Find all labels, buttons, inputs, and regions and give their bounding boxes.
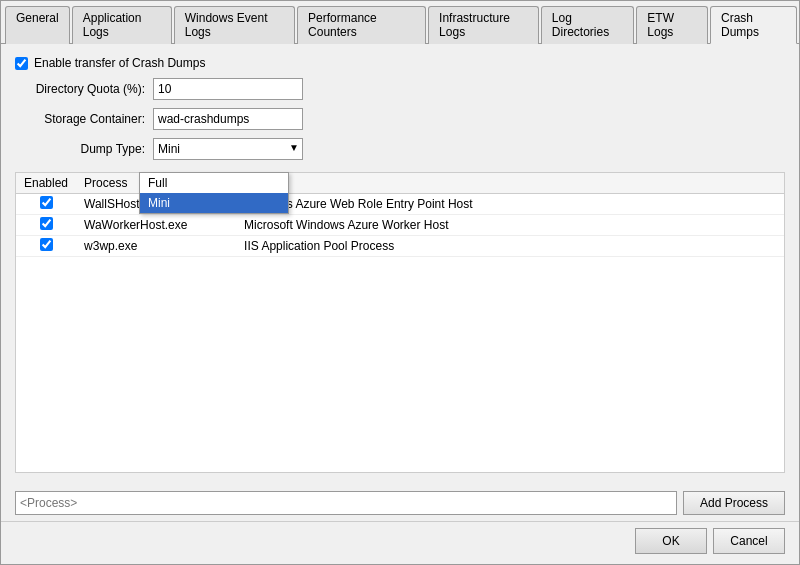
cell-process: WaWorkerHost.exe	[76, 215, 236, 236]
dump-type-dropdown-popup: Full Mini	[139, 172, 289, 214]
col-header-name: Name	[236, 173, 784, 194]
table-row: WallSHost.exeWindows Azure Web Role Entr…	[16, 194, 784, 215]
tab-crash-dumps[interactable]: Crash Dumps	[710, 6, 797, 44]
crash-dumps-dialog: General Application Logs Windows Event L…	[0, 0, 800, 565]
cell-name: Windows Azure Web Role Entry Point Host	[236, 194, 784, 215]
row-checkbox[interactable]	[40, 196, 53, 209]
process-table: Enabled Process Name WallSHost.exeWindow…	[16, 173, 784, 257]
table-header-row: Enabled Process Name	[16, 173, 784, 194]
row-checkbox[interactable]	[40, 238, 53, 251]
cell-enabled	[16, 236, 76, 257]
content-area: Enable transfer of Crash Dumps Directory…	[1, 44, 799, 485]
enable-transfer-checkbox[interactable]	[15, 57, 28, 70]
cell-enabled	[16, 194, 76, 215]
footer: OK Cancel	[1, 521, 799, 564]
ok-button[interactable]: OK	[635, 528, 707, 554]
cell-name: Microsoft Windows Azure Worker Host	[236, 215, 784, 236]
dump-type-label: Dump Type:	[15, 142, 145, 156]
tab-bar: General Application Logs Windows Event L…	[1, 1, 799, 44]
cell-enabled	[16, 215, 76, 236]
process-table-container: Enabled Process Name WallSHost.exeWindow…	[15, 172, 785, 473]
col-header-enabled: Enabled	[16, 173, 76, 194]
directory-quota-input[interactable]	[153, 78, 303, 100]
enable-transfer-label: Enable transfer of Crash Dumps	[34, 56, 205, 70]
tab-windows-event-logs[interactable]: Windows Event Logs	[174, 6, 295, 44]
tab-infrastructure-logs[interactable]: Infrastructure Logs	[428, 6, 539, 44]
storage-container-label: Storage Container:	[15, 112, 145, 126]
cell-process: w3wp.exe	[76, 236, 236, 257]
directory-quota-label: Directory Quota (%):	[15, 82, 145, 96]
storage-container-input[interactable]	[153, 108, 303, 130]
dump-type-container: Mini Full ▼	[153, 138, 303, 160]
tab-etw-logs[interactable]: ETW Logs	[636, 6, 708, 44]
tab-log-directories[interactable]: Log Directories	[541, 6, 635, 44]
cell-name: IIS Application Pool Process	[236, 236, 784, 257]
tab-general[interactable]: General	[5, 6, 70, 44]
storage-container-row: Storage Container:	[15, 108, 785, 130]
dropdown-option-full[interactable]: Full	[140, 173, 288, 193]
table-row: WaWorkerHost.exeMicrosoft Windows Azure …	[16, 215, 784, 236]
tab-application-logs[interactable]: Application Logs	[72, 6, 172, 44]
dump-type-select[interactable]: Mini Full	[153, 138, 303, 160]
directory-quota-row: Directory Quota (%):	[15, 78, 785, 100]
tab-performance-counters[interactable]: Performance Counters	[297, 6, 426, 44]
dump-type-row: Dump Type: Mini Full ▼	[15, 138, 785, 160]
add-process-button[interactable]: Add Process	[683, 491, 785, 515]
row-checkbox[interactable]	[40, 217, 53, 230]
table-row: w3wp.exeIIS Application Pool Process	[16, 236, 784, 257]
cancel-button[interactable]: Cancel	[713, 528, 785, 554]
enable-transfer-row: Enable transfer of Crash Dumps	[15, 56, 785, 70]
dropdown-option-mini[interactable]: Mini	[140, 193, 288, 213]
process-input[interactable]	[15, 491, 677, 515]
bottom-bar: Add Process	[1, 485, 799, 521]
